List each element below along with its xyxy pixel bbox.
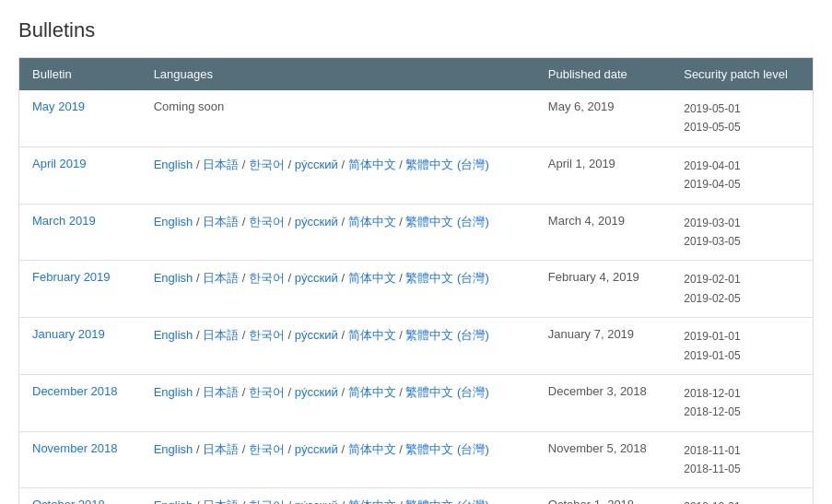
language-separator: /: [193, 442, 203, 456]
language-separator: /: [193, 328, 203, 342]
page-title: Bulletins: [18, 18, 814, 42]
language-link[interactable]: рýсский: [295, 271, 338, 285]
bulletin-link[interactable]: January 2019: [32, 327, 105, 341]
language-link[interactable]: 简体中文: [348, 158, 396, 171]
language-link[interactable]: 繁體中文 (台灣): [405, 158, 488, 171]
bulletin-link[interactable]: December 2018: [32, 384, 118, 398]
table-row: April 2019English / 日本語 / 한국어 / рýсский …: [19, 147, 814, 204]
bulletin-cell: January 2019: [19, 318, 141, 375]
language-separator: /: [396, 442, 406, 456]
language-link[interactable]: рýсский: [295, 328, 338, 342]
language-separator: /: [239, 442, 249, 456]
language-link[interactable]: рýсский: [295, 215, 338, 229]
language-separator: /: [338, 158, 348, 171]
language-link[interactable]: English: [154, 328, 193, 342]
language-link[interactable]: 한국어: [249, 328, 285, 342]
language-link[interactable]: рýсский: [295, 498, 338, 504]
patch-level-cell: 2019-03-012019-03-05: [671, 204, 813, 261]
language-link[interactable]: 日本語: [203, 158, 239, 171]
language-link[interactable]: 繁體中文 (台灣): [405, 498, 488, 504]
language-link[interactable]: English: [154, 442, 193, 456]
language-link[interactable]: рýсский: [295, 385, 338, 399]
language-separator: /: [396, 158, 406, 171]
language-link[interactable]: 日本語: [203, 328, 239, 342]
language-link[interactable]: 한국어: [249, 385, 285, 399]
bulletin-link[interactable]: October 2018: [32, 498, 105, 504]
language-separator: /: [285, 271, 295, 285]
table-row: May 2019Coming soonMay 6, 20192019-05-01…: [19, 90, 814, 147]
languages-cell: English / 日本語 / 한국어 / рýсский / 简体中文 / 繁…: [141, 431, 535, 488]
language-link[interactable]: 繁體中文 (台灣): [405, 385, 488, 399]
bulletins-table: Bulletin Languages Published date Securi…: [18, 57, 814, 504]
language-link[interactable]: 日本語: [203, 271, 239, 285]
language-link[interactable]: 简体中文: [348, 385, 396, 399]
language-link[interactable]: 简体中文: [348, 215, 396, 229]
patch-level-cell: 2018-11-012018-11-05: [671, 431, 813, 488]
language-separator: /: [338, 385, 348, 399]
patch-level-value: 2018-10-01: [684, 498, 800, 504]
language-link[interactable]: English: [154, 498, 193, 504]
patch-level-cell: 2018-10-012018-10-05: [671, 488, 813, 504]
patch-level-value: 2019-04-05: [684, 175, 800, 193]
language-link[interactable]: 日本語: [203, 385, 239, 399]
language-separator: /: [338, 271, 348, 285]
bulletin-link[interactable]: February 2019: [32, 270, 111, 284]
bulletin-cell: February 2019: [19, 261, 141, 318]
patch-level-value: 2019-02-01: [684, 270, 800, 288]
bulletin-link[interactable]: November 2018: [32, 441, 118, 455]
bulletin-link[interactable]: May 2019: [32, 100, 85, 113]
language-link[interactable]: 한국어: [249, 158, 285, 171]
language-link[interactable]: 繁體中文 (台灣): [405, 328, 488, 342]
language-link[interactable]: 繁體中文 (台灣): [405, 271, 488, 285]
bulletin-link[interactable]: March 2019: [32, 214, 96, 228]
published-date-cell: January 7, 2019: [535, 318, 671, 375]
language-link[interactable]: 日本語: [203, 215, 239, 229]
language-link[interactable]: 日本語: [203, 498, 239, 504]
patch-level-value: 2019-05-01: [684, 100, 800, 118]
bulletin-link[interactable]: April 2019: [32, 157, 87, 170]
bulletin-cell: November 2018: [19, 431, 141, 488]
language-separator: /: [239, 158, 249, 171]
language-link[interactable]: 한국어: [249, 271, 285, 285]
published-date-cell: November 5, 2018: [535, 431, 671, 488]
published-date-cell: February 4, 2019: [535, 261, 671, 318]
language-link[interactable]: 한국어: [249, 215, 285, 229]
patch-level-value: 2018-11-05: [684, 460, 800, 478]
language-link[interactable]: 简体中文: [348, 498, 396, 504]
language-separator: /: [239, 328, 249, 342]
language-link[interactable]: 日本語: [203, 442, 239, 456]
language-link[interactable]: рýсский: [295, 158, 338, 171]
languages-cell: English / 日本語 / 한국어 / рýсский / 简体中文 / 繁…: [141, 488, 535, 504]
language-link[interactable]: English: [154, 158, 193, 171]
language-separator: /: [239, 385, 249, 399]
patch-level-value: 2019-05-05: [684, 118, 800, 136]
language-separator: /: [239, 215, 249, 229]
language-link[interactable]: 繁體中文 (台灣): [405, 215, 488, 229]
languages-cell: Coming soon: [141, 90, 535, 147]
languages-cell: English / 日本語 / 한국어 / рýсский / 简体中文 / 繁…: [141, 261, 535, 318]
patch-level-cell: 2018-12-012018-12-05: [671, 374, 813, 431]
language-separator: /: [285, 498, 295, 504]
language-separator: /: [396, 385, 406, 399]
language-link[interactable]: English: [154, 385, 193, 399]
language-link[interactable]: 简体中文: [348, 328, 396, 342]
bulletin-cell: October 2018: [19, 488, 141, 504]
language-link[interactable]: 简体中文: [348, 271, 396, 285]
col-header-published-date: Published date: [535, 58, 671, 91]
languages-cell: English / 日本語 / 한국어 / рýсский / 简体中文 / 繁…: [141, 147, 535, 204]
published-date-cell: March 4, 2019: [535, 204, 671, 261]
col-header-security-patch-level: Security patch level: [671, 58, 813, 91]
patch-level-value: 2019-04-01: [684, 157, 800, 175]
language-link[interactable]: 简体中文: [348, 442, 396, 456]
language-link[interactable]: English: [154, 271, 193, 285]
language-link[interactable]: English: [154, 215, 193, 229]
language-separator: /: [285, 158, 295, 171]
language-link[interactable]: 한국어: [249, 442, 285, 456]
language-separator: /: [239, 271, 249, 285]
col-header-languages: Languages: [141, 58, 535, 91]
language-link[interactable]: рýсский: [295, 442, 338, 456]
language-separator: /: [285, 442, 295, 456]
language-link[interactable]: 한국어: [249, 498, 285, 504]
published-date-cell: April 1, 2019: [535, 147, 671, 204]
language-link[interactable]: 繁體中文 (台灣): [405, 442, 488, 456]
